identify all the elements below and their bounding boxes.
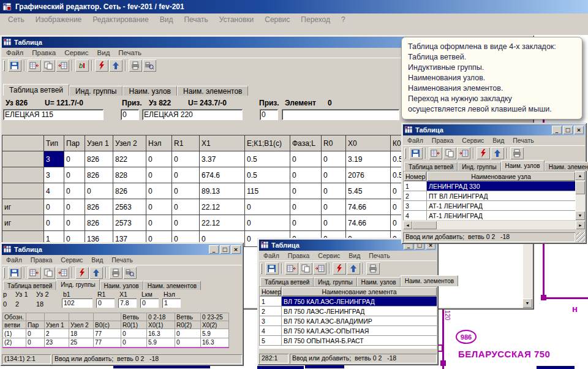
menu-item[interactable]: Правка	[284, 252, 314, 259]
element-name-field[interactable]	[282, 109, 399, 120]
row-number-cell[interactable]: 4	[260, 326, 282, 336]
list-row[interactable]: 1ВЛ 750 КАЛ.АЭС-ЛЕНИНГРАД	[260, 297, 437, 306]
branch-cell[interactable]: 0	[64, 167, 85, 183]
branch-cell[interactable]: 0	[290, 151, 322, 167]
menu-item[interactable]: Сервис	[60, 49, 92, 56]
close-button[interactable]: ×	[231, 245, 241, 254]
branch-row[interactable]: иг0082625730022.1200074.660	[2, 215, 415, 231]
menu-item[interactable]: Вид	[488, 137, 508, 144]
node2-name-field[interactable]	[142, 109, 243, 120]
tab[interactable]: Наим. узлов	[100, 281, 143, 290]
branch-cell[interactable]: 0	[64, 215, 85, 231]
menu-item[interactable]: Редактирование	[87, 15, 154, 24]
menu-item[interactable]: Вид	[154, 15, 179, 24]
tab[interactable]: Таблица ветвей	[260, 277, 314, 286]
menu-item[interactable]: Вид	[87, 256, 107, 264]
branch-cell[interactable]: 0	[172, 199, 200, 215]
branch-row[interactable]: 4008260089.13115005.450	[2, 183, 415, 199]
branch-cell[interactable]: 3	[44, 151, 64, 167]
group-cell[interactable]: 23	[45, 338, 69, 348]
maximize-button[interactable]: □	[563, 126, 573, 134]
list-row[interactable]: 1ЛЕНИНГРАД 330	[404, 181, 576, 191]
branch-cell[interactable]: 89.13	[200, 183, 245, 199]
branch-cell[interactable]: 74.66	[346, 215, 391, 231]
import-table-button[interactable]	[285, 262, 298, 275]
save-button[interactable]	[409, 147, 423, 159]
import-table-button[interactable]	[429, 147, 442, 159]
tab[interactable]: Наим. элементов	[401, 275, 458, 286]
branch-cell[interactable]: 0.5	[245, 151, 290, 167]
menu-item[interactable]: Сервис	[314, 252, 344, 259]
vertical-scrollbar[interactable]: ▲ ▼	[575, 171, 585, 220]
minimize-button[interactable]: _	[209, 245, 219, 254]
name-cell[interactable]: ЛЕНИНГРАД 330	[427, 181, 576, 191]
horizontal-scrollbar[interactable]: ◄ ►	[403, 221, 585, 229]
print-button[interactable]	[366, 262, 380, 275]
branch-cell[interactable]: 0	[44, 199, 64, 215]
calc-lightning-button[interactable]	[333, 262, 346, 275]
menu-item[interactable]: Сеть	[2, 15, 30, 24]
resize-grip[interactable]	[576, 232, 585, 242]
branch-cell[interactable]: 2076	[346, 167, 391, 183]
list-row[interactable]: 3АТ-1 ЛЕНИНГРАД	[404, 201, 576, 211]
import-table-button[interactable]	[28, 267, 41, 279]
node1-name-field[interactable]	[3, 109, 104, 120]
scroll-left-button[interactable]: ◄	[403, 221, 412, 229]
branch-cell[interactable]: 2563	[113, 199, 146, 215]
menu-item[interactable]: Переход	[295, 15, 336, 24]
list-row[interactable]: 4АТ-1 ЛЕНИНГРАД	[404, 211, 576, 221]
branch-cell[interactable]: 2573	[113, 215, 146, 231]
row-number-cell[interactable]: 2	[260, 306, 282, 316]
row-number-cell[interactable]: 4	[404, 211, 427, 221]
scroll-down-button[interactable]: ▼	[575, 211, 585, 220]
branch-cell[interactable]: 826	[85, 151, 113, 167]
branch-cell[interactable]: 0	[85, 183, 113, 199]
tab[interactable]: Наим. узлов	[357, 277, 401, 286]
export-table-button[interactable]	[457, 147, 470, 159]
menu-item[interactable]: Правка	[428, 137, 458, 144]
tab[interactable]: Таблица ветвей	[3, 281, 56, 290]
copy-button[interactable]	[42, 267, 55, 279]
menu-item[interactable]: Установки	[214, 15, 259, 24]
print-button[interactable]	[129, 59, 142, 72]
list-row[interactable]: 2ВЛ 750 ЛАЭС-ЛЕНИНГРАД	[260, 306, 437, 316]
branch-cell[interactable]: 826	[113, 183, 146, 199]
branch-cell[interactable]: 0	[146, 199, 172, 215]
list-row[interactable]: 5ВЛ 750 ОПЫТНАЯ-Б.РАСТ	[260, 336, 437, 346]
node1-priz-field[interactable]	[121, 109, 139, 120]
group-cell[interactable]: 77	[94, 338, 121, 348]
menu-item[interactable]: Файл	[2, 256, 26, 264]
save-button[interactable]	[8, 267, 21, 279]
map-node-badge[interactable]: 986	[456, 330, 477, 344]
print-button[interactable]	[109, 267, 123, 279]
branch-cell[interactable]: 0	[172, 167, 200, 183]
branch-cell[interactable]: 0	[146, 167, 172, 183]
group-cell[interactable]: 18	[69, 329, 94, 338]
print-preview-button[interactable]	[123, 267, 137, 279]
arrow-up-button[interactable]	[89, 267, 103, 279]
close-button[interactable]: ×	[574, 126, 584, 134]
branch-cell[interactable]: 3	[44, 167, 64, 183]
calc-lightning-button[interactable]	[95, 59, 108, 72]
branch-cell[interactable]: 74.66	[346, 199, 391, 215]
name-cell[interactable]: ВЛ 750 КАЛ.АЭС-ЛЕНИНГРАД	[282, 297, 437, 306]
map-station-label[interactable]: БЕЛАРУССКАЯ 750	[458, 349, 550, 359]
name-cell[interactable]: ВЛ 750 ЛАЭС-ЛЕНИНГРАД	[282, 306, 437, 316]
branch-row[interactable]: 3082682800674.60.50020760.5	[2, 167, 415, 183]
menu-item[interactable]: Правка	[28, 49, 60, 56]
copy-button[interactable]	[443, 147, 456, 159]
branch-cell[interactable]: 0	[64, 199, 85, 215]
scroll-right-button[interactable]: ►	[576, 221, 585, 229]
group-cell[interactable]: 0	[26, 338, 45, 348]
tab[interactable]: Инд. группы	[314, 277, 356, 286]
R1-field[interactable]: 0	[96, 299, 115, 308]
arrow-up-button[interactable]	[347, 262, 360, 275]
branch-cell[interactable]: 0	[172, 183, 200, 199]
branch-cell[interactable]: 3.37	[200, 151, 245, 167]
menu-item[interactable]: Сервис	[458, 137, 488, 144]
print-preview-button[interactable]	[143, 59, 156, 72]
row-number-cell[interactable]: 5	[260, 336, 282, 346]
group-cell[interactable]: 0	[121, 329, 147, 338]
branch-cell[interactable]: 674.6	[200, 167, 245, 183]
calc-lightning-button[interactable]	[75, 267, 89, 279]
